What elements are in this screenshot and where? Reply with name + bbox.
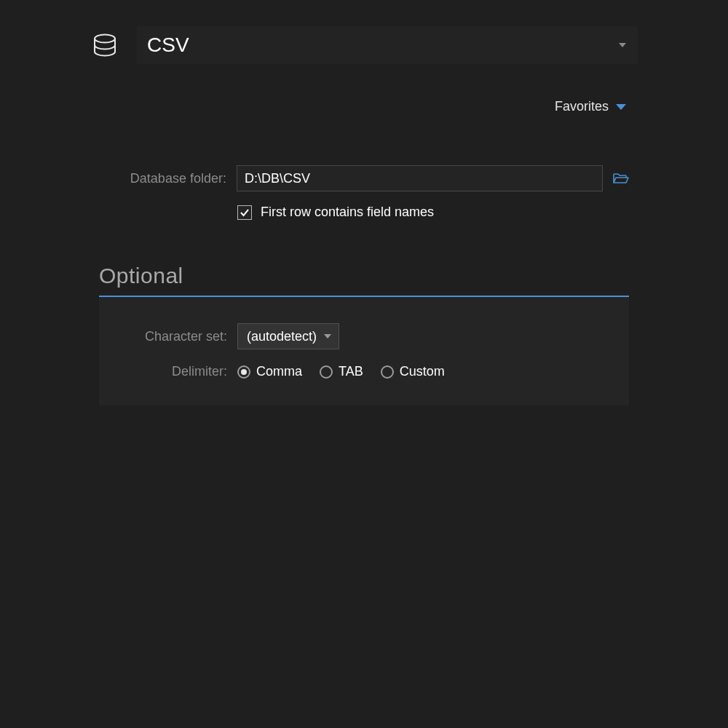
checkmark-icon <box>240 207 250 218</box>
radio-icon <box>381 365 394 379</box>
radio-icon <box>320 365 333 379</box>
optional-section-body: Character set: (autodetect) Delimiter: C… <box>99 297 629 405</box>
database-type-label: CSV <box>147 33 189 57</box>
first-row-field-names-checkbox[interactable] <box>237 205 252 220</box>
database-folder-label: Database folder: <box>99 171 237 186</box>
delimiter-radio-custom[interactable]: Custom <box>381 364 445 379</box>
first-row-field-names-label: First row contains field names <box>261 205 434 220</box>
browse-folder-button[interactable] <box>613 173 629 184</box>
optional-section-title: Optional <box>99 264 728 288</box>
delimiter-radio-tab[interactable]: TAB <box>320 364 363 379</box>
chevron-down-icon <box>619 43 626 47</box>
delimiter-tab-label: TAB <box>339 364 363 379</box>
favorites-dropdown[interactable]: Favorites <box>0 99 728 114</box>
triangle-down-icon <box>616 104 626 110</box>
delimiter-radio-comma[interactable]: Comma <box>237 364 302 379</box>
database-type-select[interactable]: CSV <box>137 26 638 64</box>
favorites-label: Favorites <box>555 99 609 114</box>
delimiter-comma-label: Comma <box>256 364 302 379</box>
svg-point-0 <box>95 35 115 43</box>
delimiter-radio-group: Comma TAB Custom <box>237 364 445 379</box>
character-set-value: (autodetect) <box>247 329 317 344</box>
delimiter-label: Delimiter: <box>99 364 237 379</box>
character-set-select[interactable]: (autodetect) <box>237 323 339 349</box>
character-set-label: Character set: <box>99 329 237 344</box>
folder-open-icon <box>613 173 629 184</box>
radio-icon <box>237 365 250 379</box>
database-icon <box>90 31 119 60</box>
chevron-down-icon <box>324 334 331 339</box>
delimiter-custom-label: Custom <box>400 364 445 379</box>
database-folder-input[interactable] <box>237 165 603 191</box>
